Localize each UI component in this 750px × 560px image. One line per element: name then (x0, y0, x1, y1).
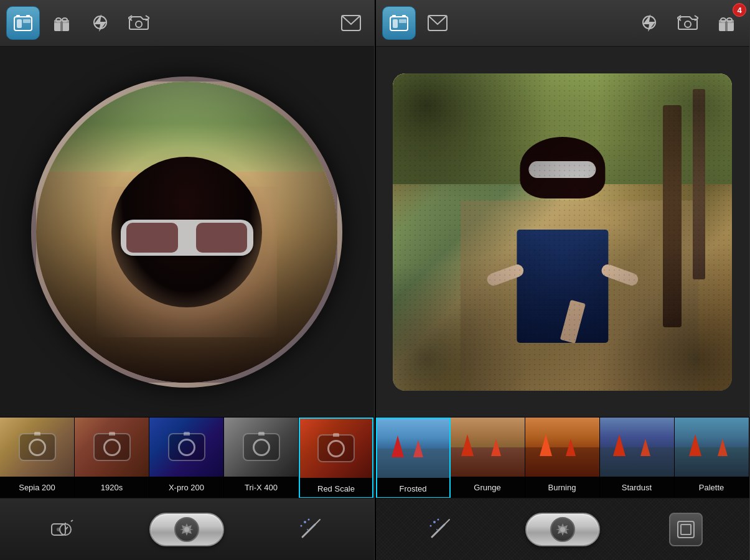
svg-point-46 (436, 529, 438, 530)
filter-grunge-label: Grunge (451, 477, 525, 498)
svg-line-20 (315, 520, 320, 525)
svg-rect-30 (399, 19, 406, 23)
shutter-inner (174, 517, 199, 542)
svg-rect-2 (26, 15, 30, 17)
filter-redscale[interactable]: Red Scale (299, 418, 373, 498)
svg-point-22 (301, 525, 302, 526)
filter-stardust-label: Stardust (600, 477, 674, 498)
left-toolbar (0, 0, 374, 47)
fisheye-photo (31, 77, 342, 388)
svg-line-19 (302, 525, 315, 537)
filter-sepia200-label: Sepia 200 (0, 477, 74, 498)
filter-frosted-label: Frosted (377, 478, 449, 498)
filter-1920s-label: 1920s (75, 477, 149, 498)
svg-rect-27 (392, 15, 396, 17)
filter-1920s[interactable]: 1920s (75, 418, 149, 498)
svg-point-47 (560, 527, 565, 532)
svg-rect-4 (23, 19, 30, 23)
right-filter-strip: Frosted Grunge Burning (376, 417, 750, 498)
svg-marker-33 (643, 14, 655, 32)
gift-button[interactable] (45, 6, 78, 40)
left-filter-strip: Sepia 200 1920s X-pro 200 Tri-X 400 Red … (0, 417, 374, 498)
svg-rect-1 (16, 15, 20, 17)
left-image-area (0, 47, 374, 417)
svg-point-42 (433, 521, 436, 523)
shutter-button[interactable] (149, 513, 224, 546)
mail-button[interactable] (334, 6, 368, 40)
vintage-photo (393, 73, 732, 391)
filter-grunge[interactable]: Grunge (451, 418, 525, 498)
svg-line-40 (432, 525, 444, 537)
svg-point-17 (57, 528, 60, 531)
svg-point-21 (304, 521, 306, 523)
left-bottom-toolbar (0, 498, 374, 560)
filter-palette[interactable]: Palette (675, 418, 749, 498)
magic-wand-button[interactable] (293, 513, 327, 546)
filter-trix400[interactable]: Tri-X 400 (224, 418, 299, 498)
left-panel: Sepia 200 1920s X-pro 200 Tri-X 400 Red … (0, 0, 375, 560)
svg-point-24 (312, 526, 313, 528)
filter-redscale-label: Red Scale (300, 478, 372, 498)
svg-rect-49 (681, 525, 691, 534)
right-panel: 4 (376, 0, 751, 560)
timer-button[interactable] (47, 513, 80, 546)
svg-point-45 (441, 526, 443, 528)
right-toolbar: 4 (376, 0, 750, 47)
filter-trix400-label: Tri-X 400 (224, 477, 298, 498)
fisheye-container (12, 73, 361, 391)
right-shutter-button[interactable] (525, 513, 600, 546)
filter-sepia200[interactable]: Sepia 200 (0, 418, 75, 498)
flash-button[interactable] (83, 6, 117, 40)
camera-roll-button[interactable] (6, 6, 40, 40)
vintage-photo-frame (393, 73, 732, 391)
flip-camera-button[interactable] (122, 6, 156, 40)
svg-rect-28 (402, 15, 406, 17)
svg-point-34 (685, 21, 691, 27)
right-flash-button[interactable] (632, 6, 666, 40)
frame-button[interactable] (669, 513, 703, 546)
right-gift-button[interactable]: 4 (710, 6, 743, 40)
svg-point-44 (437, 518, 439, 520)
svg-line-41 (444, 520, 449, 525)
filter-xpro200[interactable]: X-pro 200 (149, 418, 224, 498)
svg-rect-3 (17, 19, 22, 28)
filter-burning-label: Burning (525, 477, 599, 498)
svg-point-23 (308, 518, 310, 520)
svg-point-12 (136, 21, 142, 27)
svg-point-18 (184, 527, 189, 532)
svg-point-43 (429, 525, 431, 526)
right-shutter-inner (550, 517, 575, 542)
right-camera-roll-button[interactable] (382, 6, 416, 40)
svg-rect-48 (678, 521, 694, 538)
right-bottom-toolbar (376, 498, 750, 560)
filter-frosted[interactable]: Frosted (376, 418, 451, 498)
right-mail-button[interactable] (421, 6, 454, 40)
gift-badge: 4 (733, 3, 746, 17)
filter-palette-label: Palette (675, 477, 749, 498)
filter-xpro200-label: X-pro 200 (149, 477, 223, 498)
filter-burning[interactable]: Burning (525, 418, 600, 498)
svg-point-25 (307, 529, 308, 530)
right-image-area (376, 47, 750, 417)
svg-rect-29 (393, 19, 398, 28)
right-flip-button[interactable] (671, 6, 705, 40)
right-magic-wand-button[interactable] (423, 513, 456, 546)
filter-stardust[interactable]: Stardust (600, 418, 675, 498)
